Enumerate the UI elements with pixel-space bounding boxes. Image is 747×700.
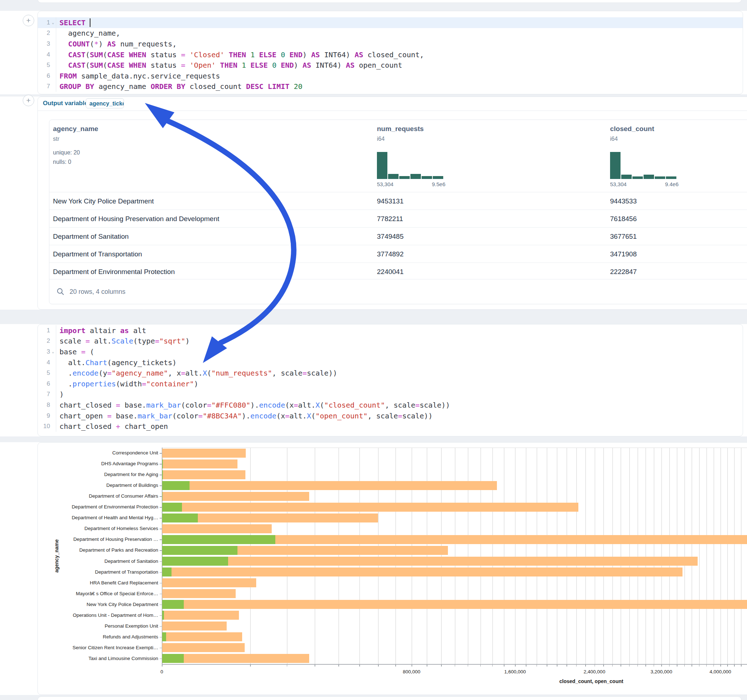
code-token: X (307, 412, 311, 420)
output-variable-input[interactable]: agency_tickets (86, 98, 124, 109)
code-line[interactable]: 9chart_open = base.mark_bar(color="#8BC3… (38, 410, 742, 421)
histogram-bar (388, 174, 399, 179)
code-token: ( (103, 50, 107, 59)
code-token: ( (90, 39, 94, 48)
line-number: 6 (38, 380, 50, 388)
code-token: WHEN (129, 50, 146, 59)
column-header-closed_count[interactable]: closed_count (610, 125, 654, 133)
gridline (250, 448, 251, 664)
add-cell-button[interactable]: + (23, 15, 34, 26)
gridline (684, 448, 685, 664)
search-icon[interactable] (57, 288, 65, 296)
code-line[interactable]: 2scale = alt.Scale(type="sqrt") (38, 336, 742, 347)
code-token: chart_open (120, 422, 168, 431)
chart-bar-open (162, 513, 198, 522)
code-token: INT64) (320, 50, 355, 59)
code-token (59, 39, 68, 48)
line-number: 2 (38, 30, 50, 37)
code-line[interactable]: 6FROM sample_data.nyc.service_requests (38, 71, 742, 81)
code-line[interactable]: 6 .properties(width="container") (38, 379, 742, 389)
code-token: END (289, 50, 302, 59)
histogram-max-label: 9.5e6 (420, 181, 445, 187)
code-line[interactable]: 2 agency_name, (38, 28, 742, 39)
gridline (734, 448, 735, 664)
code-line[interactable]: 4 alt.Chart(agency_tickets) (38, 357, 742, 368)
line-number: 6 (38, 72, 50, 80)
notebook-page: + + 1⌄SELECT 2 agency_name,3 COUNT(*) AS… (0, 0, 747, 700)
code-token: = (181, 61, 185, 69)
column-header-agency_name[interactable]: agency_name (53, 125, 98, 133)
code-token: import (59, 326, 85, 335)
code-token: (y (98, 369, 107, 377)
code-line[interactable]: 7GROUP BY agency_name ORDER BY closed_co… (38, 81, 742, 92)
chart-bar-closed (162, 524, 272, 533)
histogram-bar (666, 177, 676, 179)
cell-gap (0, 310, 747, 324)
line-gutter: 4 (38, 357, 56, 368)
add-cell-button[interactable]: + (23, 95, 34, 106)
chart-bar-open (162, 632, 166, 641)
histogram-min-label: 53,304 (610, 181, 627, 187)
y-axis-tick (160, 616, 162, 616)
code-line[interactable]: 5 .encode(y="agency_name", x=alt.X("num_… (38, 368, 742, 379)
table-row[interactable]: Department of Sanitation37494853677651 (49, 227, 747, 245)
code-token: CASE (107, 61, 124, 69)
y-axis-tick (160, 486, 162, 486)
code-token: ELSE (251, 61, 268, 69)
y-axis-label: DHS Advantage Programs (50, 461, 158, 466)
chart-bar-closed (162, 611, 239, 620)
code-line[interactable]: 4 CAST(SUM(CASE WHEN status = 'Closed' T… (38, 49, 742, 60)
code-token: base. (112, 412, 138, 420)
code-text: .properties(width="container") (56, 379, 742, 389)
code-token: "sqrt" (159, 337, 185, 345)
code-line[interactable]: 3⌄base = ( (38, 346, 742, 357)
code-token: , scale (385, 401, 415, 409)
code-line[interactable]: 10chart_closed + chart_open (38, 421, 742, 432)
gridline (557, 448, 558, 664)
gridline (567, 448, 567, 664)
gridline (359, 448, 360, 664)
code-token: AS (355, 50, 363, 59)
code-token: CASE (107, 50, 124, 59)
fold-chevron-icon[interactable]: ⌄ (50, 349, 56, 354)
code-token: chart_closed (59, 401, 116, 409)
code-token: SELECT (59, 18, 85, 27)
code-text: chart_closed + chart_open (56, 421, 742, 432)
column-histogram (610, 151, 679, 179)
column-meta: unique: 20 (53, 149, 80, 156)
row-count-summary: 20 rows, 4 columns (70, 288, 126, 296)
code-line[interactable]: 1⌄SELECT (38, 17, 742, 28)
python-code-editor[interactable]: 1import altair as alt2scale = alt.Scale(… (38, 325, 742, 432)
code-token (85, 18, 90, 27)
gridline (612, 448, 613, 664)
code-line[interactable]: 7) (38, 389, 742, 400)
code-token: scale)) (402, 412, 432, 420)
code-line[interactable]: 3 COUNT(*) AS num_requests, (38, 39, 742, 49)
code-token: AS (312, 50, 320, 59)
y-axis-tick (160, 605, 162, 605)
x-axis-line (162, 664, 747, 665)
table-row[interactable]: New York City Police Department945313194… (49, 192, 747, 210)
chart-bar-closed (162, 503, 578, 512)
code-line[interactable]: 5 CAST(SUM(CASE WHEN status = 'Open' THE… (38, 60, 742, 71)
code-token: = (415, 401, 419, 409)
python-cell[interactable]: 1import altair as alt2scale = alt.Scale(… (38, 324, 743, 436)
x-axis-tick-label: 3,200,000 (640, 669, 683, 674)
fold-chevron-icon[interactable]: ⌄ (50, 20, 56, 25)
code-token: status (146, 50, 181, 59)
table-row[interactable]: Department of Transportation377489234719… (49, 245, 747, 263)
gridline (468, 448, 469, 664)
table-row[interactable]: Department of Housing Preservation and D… (49, 210, 747, 228)
column-header-num_requests[interactable]: num_requests (377, 125, 424, 133)
code-token: 'Closed' (189, 50, 224, 59)
code-line[interactable]: 1import altair as alt (38, 325, 742, 336)
code-token: ( (103, 61, 107, 69)
code-line[interactable]: 8chart_closed = base.mark_bar(color="#FF… (38, 400, 742, 410)
y-axis-label: Department of Parks and Recreation (50, 547, 158, 553)
code-token (237, 61, 242, 69)
code-token: ORDER (151, 82, 172, 91)
table-row[interactable]: Department of Environmental Protection22… (49, 262, 747, 281)
sql-cell[interactable]: 1⌄SELECT 2 agency_name,3 COUNT(*) AS num… (38, 11, 743, 94)
table-cell: New York City Police Department (53, 192, 154, 210)
sql-code-editor[interactable]: 1⌄SELECT 2 agency_name,3 COUNT(*) AS num… (38, 17, 742, 92)
